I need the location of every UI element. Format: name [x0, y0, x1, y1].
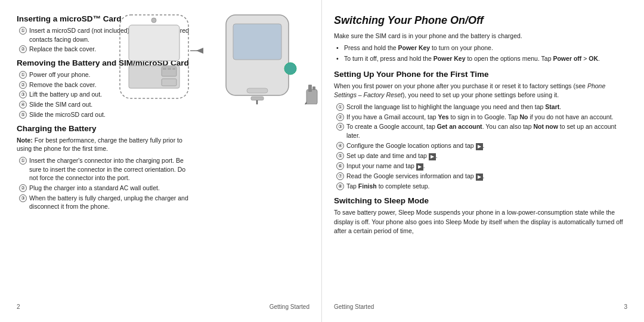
num-1: ① — [19, 27, 27, 35]
setup-list: ① Scroll the language list to highlight … — [336, 103, 627, 190]
note-content: For best performance, charge the battery… — [17, 137, 182, 153]
get-account-bold: Get an account — [437, 123, 482, 130]
phone-bottom-image — [214, 12, 318, 104]
start-bold: Start — [545, 103, 559, 110]
svg-rect-13 — [247, 88, 268, 93]
list-item: ⑧ Tap Finish to complete setup. — [336, 182, 627, 191]
list-item: ⑤ Set up date and time and tap ▶. — [336, 151, 627, 160]
note-label: Note: — [17, 137, 33, 144]
sleep-mode-section: Switching to Sleep Mode To save battery … — [334, 196, 627, 239]
svg-rect-9 — [168, 68, 171, 70]
item-text: Scroll the language list to highlight th… — [346, 103, 561, 112]
left-page-number: 2 — [17, 304, 20, 310]
setup-intro: When you first power on your phone after… — [334, 82, 627, 100]
svg-rect-1 — [129, 25, 179, 61]
num-1: ① — [19, 71, 27, 79]
num-2: ② — [19, 45, 27, 53]
bullet-icon: • — [336, 54, 342, 63]
ok-bold: OK — [589, 55, 598, 62]
phone-images — [102, 9, 318, 106]
factory-reset-italic: Phone Settings – Factory Reset — [334, 82, 605, 98]
num-2: ② — [19, 81, 27, 89]
item-text: Tap Finish to complete setup. — [346, 182, 430, 191]
list-item: ③ To create a Google account, tap Get an… — [336, 122, 627, 140]
no-bold: No — [520, 113, 528, 120]
num-5: ⑤ — [19, 111, 27, 119]
charging-section: Charging the Battery Note: For best perf… — [17, 124, 193, 212]
num-3: ③ — [19, 91, 27, 98]
list-item: ④ Configure the Google location options … — [336, 141, 627, 150]
svg-rect-21 — [312, 86, 315, 90]
yes-bold: Yes — [438, 113, 449, 120]
item-text: Slide the SIM card out. — [29, 100, 92, 109]
switching-onoff-section: Switching Your Phone On/Off Make sure th… — [334, 14, 627, 65]
svg-rect-10 — [172, 68, 175, 70]
svg-rect-12 — [233, 24, 281, 60]
left-footer-center: Getting Started — [270, 304, 309, 310]
bullet-text: Press and hold the Power Key to turn on … — [344, 44, 493, 52]
finish-bold: Finish — [358, 182, 377, 190]
svg-rect-8 — [163, 68, 166, 70]
tap-icon: ▶ — [429, 153, 436, 160]
setup-title: Setting Up Your Phone for the First Time — [334, 70, 627, 79]
svg-rect-19 — [306, 89, 317, 104]
not-now-bold: Not now — [533, 123, 558, 130]
power-key-bold2: Power Key — [434, 55, 466, 62]
list-item: ⑦ Read the Google services information a… — [336, 172, 627, 181]
power-off-bold: Power off — [553, 55, 581, 62]
svg-rect-5 — [162, 79, 177, 86]
num-4: ④ — [336, 142, 344, 150]
bullet-text: To turn it off, press and hold the Power… — [344, 54, 600, 63]
item-text: Read the Google services information and… — [346, 172, 484, 181]
charging-note: Note: For best performance, charge the b… — [17, 136, 193, 153]
num-2: ② — [19, 184, 27, 192]
charging-title: Charging the Battery — [17, 124, 193, 133]
svg-point-2 — [151, 18, 156, 23]
item-text: Configure the Google location options an… — [346, 141, 485, 150]
item-text: To create a Google account, tap Get an a… — [346, 122, 627, 140]
list-item: ⑥ Input your name and tap ▶. — [336, 162, 627, 171]
sleep-mode-title: Switching to Sleep Mode — [334, 196, 627, 205]
power-key-bold: Power Key — [398, 44, 430, 51]
item-text: Insert the charger's connector into the … — [29, 156, 193, 182]
phone-top-image — [102, 12, 212, 104]
sleep-mode-text: To save battery power, Sleep Mode suspen… — [334, 208, 627, 236]
num-6: ⑥ — [336, 162, 344, 170]
list-item: ② If you have a Gmail account, tap Yes t… — [336, 113, 627, 122]
list-item: ② Plug the charger into a standard AC wa… — [19, 184, 193, 193]
num-3: ③ — [336, 123, 344, 131]
list-item: ① Scroll the language list to highlight … — [336, 103, 627, 112]
switching-onoff-title: Switching Your Phone On/Off — [334, 14, 627, 27]
num-2: ② — [336, 113, 344, 121]
tap-icon: ▶ — [476, 143, 483, 150]
switching-intro: Make sure the SIM card is in your phone … — [334, 32, 627, 41]
right-page-number: 3 — [624, 304, 627, 310]
item-text: When the battery is fully charged, unplu… — [29, 194, 193, 211]
right-footer-center: Getting Started — [334, 304, 374, 310]
num-4: ④ — [19, 101, 27, 109]
item-text: Replace the back cover. — [29, 45, 96, 54]
bullet-icon: • — [336, 44, 342, 52]
num-8: ⑧ — [336, 182, 344, 190]
num-1: ① — [336, 103, 344, 111]
page-spread: Inserting a microSD™ Card ① Insert a mic… — [0, 0, 644, 322]
item-text: Lift the battery up and out. — [29, 90, 102, 99]
right-footer: Getting Started 3 — [334, 301, 627, 310]
tap-icon: ▶ — [416, 163, 423, 171]
list-item: ③ When the battery is fully charged, unp… — [19, 194, 193, 211]
item-text: If you have a Gmail account, tap Yes to … — [346, 113, 614, 122]
item-text: Plug the charger into a standard AC wall… — [29, 184, 160, 193]
left-footer: 2 Getting Started — [17, 301, 309, 310]
num-1: ① — [19, 157, 27, 165]
svg-rect-15 — [251, 97, 264, 100]
tap-icon: ▶ — [476, 174, 483, 181]
left-page: Inserting a microSD™ Card ① Insert a mic… — [0, 0, 322, 322]
num-3: ③ — [19, 194, 27, 202]
svg-rect-20 — [308, 85, 312, 92]
setup-section: Setting Up Your Phone for the First Time… — [334, 70, 627, 192]
item-text: Set up date and time and tap ▶. — [346, 151, 438, 160]
switching-bullets: • Press and hold the Power Key to turn o… — [336, 44, 627, 63]
right-page: Switching Your Phone On/Off Make sure th… — [322, 0, 644, 322]
item-text: Power off your phone. — [29, 70, 91, 79]
svg-point-14 — [284, 63, 296, 75]
